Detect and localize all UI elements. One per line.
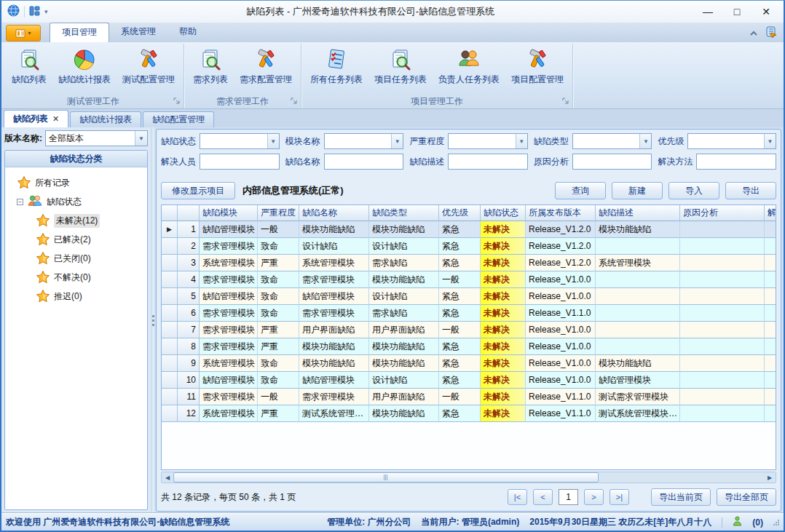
- row-indicator[interactable]: ▶: [162, 221, 178, 238]
- cell-解决方法[interactable]: [765, 322, 776, 338]
- cell-所属发布版本[interactable]: Release_V1.2.0: [526, 255, 596, 271]
- cell-缺陷模块[interactable]: 需求管理模块: [200, 338, 258, 355]
- tree-item-6[interactable]: 推迟(0): [7, 287, 146, 306]
- row-indicator[interactable]: [162, 338, 178, 355]
- cell-优先级[interactable]: 紧急: [439, 221, 481, 238]
- cell-缺陷描述[interactable]: 测试系统管理模块…: [596, 405, 680, 422]
- dropdown-arrow-icon[interactable]: ▼: [391, 134, 403, 148]
- cell-解决方法[interactable]: [765, 305, 776, 322]
- ribbon-button-缺陷统计报表[interactable]: 缺陷统计报表: [52, 45, 117, 87]
- filter-input-解决方法[interactable]: [696, 154, 776, 170]
- cell-解决方法[interactable]: [765, 255, 776, 271]
- cell-缺陷模块[interactable]: 需求管理模块: [200, 271, 258, 288]
- cell-缺陷类型[interactable]: 模块功能缺陷: [369, 405, 439, 422]
- row-number[interactable]: 5: [178, 288, 200, 305]
- tab-close-icon[interactable]: ✕: [52, 114, 59, 124]
- cell-缺陷描述[interactable]: 缺陷管理模块: [596, 372, 680, 389]
- page-number-input[interactable]: 1: [559, 489, 578, 505]
- grid-header-所属发布版本[interactable]: 所属发布版本: [526, 205, 596, 221]
- quick-access-layout-icon[interactable]: [29, 6, 40, 18]
- cell-缺陷名称[interactable]: 缺陷管理模块: [299, 288, 369, 305]
- row-number[interactable]: 2: [178, 238, 200, 255]
- cell-原因分析[interactable]: [680, 221, 765, 238]
- ribbon-button-所有任务列表[interactable]: 所有任务列表: [304, 45, 368, 87]
- row-number[interactable]: 3: [178, 255, 200, 271]
- cell-缺陷类型[interactable]: 需求缺陷: [369, 305, 439, 322]
- cell-优先级[interactable]: 一般: [439, 322, 481, 338]
- filter-input-缺陷描述[interactable]: [448, 154, 528, 170]
- dropdown-arrow-icon[interactable]: ▼: [764, 134, 776, 148]
- grid-header-严重程度[interactable]: 严重程度: [258, 205, 299, 221]
- tree-item-1[interactable]: −缺陷状态: [7, 192, 146, 211]
- cell-缺陷描述[interactable]: [596, 271, 680, 288]
- cell-原因分析[interactable]: [680, 255, 765, 271]
- dropdown-arrow-icon[interactable]: ▼: [639, 134, 651, 148]
- ribbon-tab-1[interactable]: 系统管理: [109, 23, 167, 42]
- cell-缺陷名称[interactable]: 模块功能缺陷: [299, 221, 369, 238]
- cell-解决方法[interactable]: [765, 355, 776, 372]
- table-row[interactable]: 5缺陷管理模块致命缺陷管理模块设计缺陷紧急未解决Release_V1.0.0: [162, 288, 776, 305]
- messages-user-icon[interactable]: [733, 516, 742, 528]
- modify-display-items-button[interactable]: 修改显示项目: [161, 182, 235, 199]
- row-indicator[interactable]: [162, 238, 178, 255]
- cell-缺陷模块[interactable]: 需求管理模块: [200, 238, 258, 255]
- cell-缺陷名称[interactable]: 需求管理模块: [299, 305, 369, 322]
- filter-input-解决人员[interactable]: [200, 154, 280, 170]
- cell-缺陷状态[interactable]: 未解决: [481, 389, 526, 405]
- cell-缺陷模块[interactable]: 系统管理模块: [200, 405, 258, 422]
- minimize-button[interactable]: —: [693, 2, 722, 21]
- cell-缺陷描述[interactable]: [596, 288, 680, 305]
- table-row[interactable]: 4需求管理模块致命需求管理模块模块功能缺陷一般未解决Release_V1.0.0: [162, 271, 776, 288]
- cell-缺陷模块[interactable]: 缺陷管理模块: [200, 221, 258, 238]
- ribbon-button-负责人任务列表[interactable]: 负责人任务列表: [433, 45, 505, 87]
- cell-缺陷状态[interactable]: 未解决: [481, 355, 526, 372]
- grid-header-缺陷状态[interactable]: 缺陷状态: [481, 205, 526, 221]
- cell-缺陷模块[interactable]: 系统管理模块: [200, 255, 258, 271]
- table-row[interactable]: 11需求管理模块一般需求管理模块用户界面缺陷一般未解决Release_V1.1.…: [162, 389, 776, 405]
- cell-严重程度[interactable]: 一般: [258, 221, 299, 238]
- ribbon-button-测试配置管理[interactable]: 测试配置管理: [117, 45, 181, 87]
- cell-优先级[interactable]: 紧急: [439, 338, 481, 355]
- table-row[interactable]: 12系统管理模块严重测试系统管理…模块功能缺陷紧急未解决Release_V1.1…: [162, 405, 776, 422]
- row-number[interactable]: 11: [178, 389, 200, 405]
- cell-缺陷描述[interactable]: 系统管理模块: [596, 255, 680, 271]
- cell-缺陷类型[interactable]: 模块功能缺陷: [369, 271, 439, 288]
- cell-优先级[interactable]: 紧急: [439, 355, 481, 372]
- row-number[interactable]: 4: [178, 271, 200, 288]
- close-button[interactable]: ✕: [752, 2, 781, 21]
- row-indicator[interactable]: [162, 322, 178, 338]
- cell-严重程度[interactable]: 致命: [258, 238, 299, 255]
- cell-缺陷名称[interactable]: 需求管理模块: [299, 389, 369, 405]
- toolbar-button-导入[interactable]: 导入: [668, 182, 719, 199]
- cell-缺陷名称[interactable]: 设计缺陷: [299, 238, 369, 255]
- resize-grip[interactable]: [773, 520, 779, 525]
- cell-所属发布版本[interactable]: Release_V1.1.0: [526, 405, 596, 422]
- cell-优先级[interactable]: 紧急: [439, 238, 481, 255]
- cell-原因分析[interactable]: [680, 405, 765, 422]
- dropdown-arrow-icon[interactable]: ▼: [267, 134, 279, 148]
- cell-所属发布版本[interactable]: Release_V1.1.0: [526, 389, 596, 405]
- cell-原因分析[interactable]: [680, 355, 765, 372]
- dialog-launcher-icon[interactable]: [173, 96, 180, 106]
- cell-严重程度[interactable]: 致命: [258, 372, 299, 389]
- cell-严重程度[interactable]: 致命: [258, 355, 299, 372]
- ribbon-collapse-icon[interactable]: [749, 28, 758, 39]
- help-about-icon[interactable]: [765, 26, 778, 40]
- tree-item-4[interactable]: 已关闭(0): [7, 249, 146, 268]
- cell-所属发布版本[interactable]: Release_V1.1.0: [526, 305, 596, 322]
- filter-select-缺陷类型[interactable]: ▼: [572, 133, 652, 149]
- cell-缺陷类型[interactable]: 设计缺陷: [369, 238, 439, 255]
- cell-缺陷类型[interactable]: 用户界面缺陷: [369, 322, 439, 338]
- cell-缺陷状态[interactable]: 未解决: [481, 288, 526, 305]
- grid-header-缺陷名称[interactable]: 缺陷名称: [299, 205, 369, 221]
- grid-header-原因分析[interactable]: 原因分析: [680, 205, 765, 221]
- cell-缺陷名称[interactable]: 系统管理模块: [299, 255, 369, 271]
- cell-缺陷模块[interactable]: 缺陷管理模块: [200, 288, 258, 305]
- ribbon-button-需求列表[interactable]: 需求列表: [187, 45, 234, 87]
- cell-缺陷名称[interactable]: 需求管理模块: [299, 271, 369, 288]
- row-number[interactable]: 8: [178, 338, 200, 355]
- cell-解决方法[interactable]: [765, 288, 776, 305]
- cell-优先级[interactable]: 紧急: [439, 305, 481, 322]
- filter-select-缺陷状态[interactable]: ▼: [200, 133, 280, 149]
- table-row[interactable]: 9系统管理模块致命模块功能缺陷模块功能缺陷紧急未解决Release_V1.0.0…: [162, 355, 776, 372]
